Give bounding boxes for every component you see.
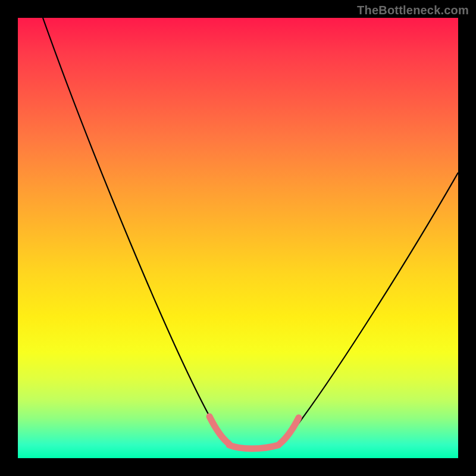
pink-segment-right xyxy=(280,418,299,444)
watermark-text: TheBottleneck.com xyxy=(357,4,469,17)
chart-svg xyxy=(18,18,458,458)
pink-segment-left xyxy=(209,416,229,444)
pink-segment-bottom xyxy=(229,445,278,449)
curve-path xyxy=(43,18,458,449)
chart-container: TheBottleneck.com xyxy=(0,0,476,476)
plot-area xyxy=(18,18,458,458)
